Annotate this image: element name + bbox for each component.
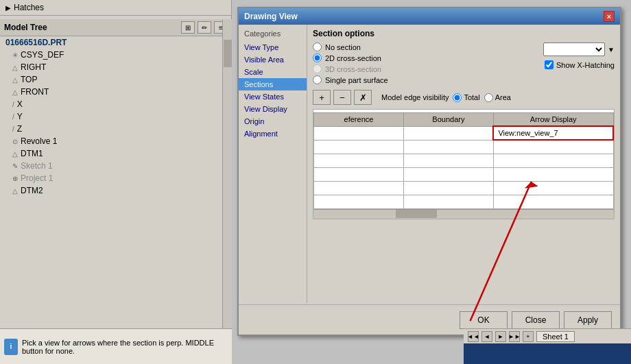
model-tree-header: Model Tree ⊞ ✏ ≡ bbox=[0, 19, 232, 36]
edge-total-label: Total bbox=[464, 93, 479, 101]
table-row[interactable]: View:new_view_7 bbox=[314, 126, 614, 140]
dialog-title: Drawing View bbox=[244, 12, 298, 21]
col-reference: eference bbox=[314, 113, 404, 127]
show-xhatch-checkbox[interactable] bbox=[545, 60, 553, 69]
tree-item-front[interactable]: △ FRONT bbox=[0, 86, 232, 98]
dtm2-icon: △ bbox=[12, 187, 18, 195]
category-view-type[interactable]: View Type bbox=[239, 41, 307, 53]
sheet-add[interactable]: + bbox=[523, 331, 534, 342]
cell-arrow-display[interactable]: View:new_view_7 bbox=[493, 126, 613, 140]
category-origin[interactable]: Origin bbox=[239, 115, 307, 128]
top-label: TOP bbox=[21, 75, 37, 84]
show-xhatch-label-row[interactable]: Show X-Hatching bbox=[545, 60, 615, 69]
hatches-header: ▶ Hatches bbox=[0, 0, 231, 16]
categories-label: Categories bbox=[239, 27, 307, 40]
tree-item-sketch1[interactable]: ✎ Sketch 1 bbox=[0, 160, 232, 172]
add-section-button[interactable]: + bbox=[313, 90, 331, 105]
radio-2d-cross-input[interactable] bbox=[313, 53, 322, 62]
front-icon: △ bbox=[12, 88, 18, 96]
model-tree-label: Model Tree bbox=[4, 23, 47, 32]
project1-icon: ⊕ bbox=[12, 175, 18, 182]
dtm1-icon: △ bbox=[12, 150, 18, 158]
status-text: Pick a view for arrows where the section… bbox=[22, 339, 228, 355]
sheet-tab-1[interactable]: Sheet 1 bbox=[536, 331, 575, 342]
csys-icon: ✳ bbox=[12, 51, 18, 59]
col-arrow-display: Arrow Display bbox=[493, 113, 613, 127]
tree-item-csys[interactable]: ✳ CSYS_DEF bbox=[0, 49, 232, 61]
revolve-icon: ⊙ bbox=[12, 138, 18, 145]
csys-label: CSYS_DEF bbox=[21, 50, 64, 60]
tree-item-root[interactable]: 01666516D.PRT bbox=[0, 36, 232, 49]
z-icon: / bbox=[12, 125, 14, 133]
top-icon: △ bbox=[12, 76, 18, 84]
sketch1-label: Sketch 1 bbox=[21, 161, 53, 171]
model-tree-toolbar: ⊞ ✏ ≡ bbox=[181, 21, 228, 34]
edge-total-radio[interactable] bbox=[453, 93, 462, 102]
radio-3d-cross[interactable]: 3D cross-section bbox=[313, 64, 388, 73]
close-button[interactable]: Close bbox=[512, 311, 560, 329]
category-visible-area[interactable]: Visible Area bbox=[239, 53, 307, 66]
model-tree-btn-1[interactable]: ⊞ bbox=[181, 21, 195, 34]
root-label: 01666516D.PRT bbox=[5, 38, 67, 47]
category-view-display[interactable]: View Display bbox=[239, 103, 307, 115]
watermark-bar: 野火论坛 www.proewildfire.com bbox=[464, 343, 631, 364]
section-table: eference Boundary Arrow Display View:new… bbox=[313, 112, 614, 209]
dialog-close-button[interactable]: × bbox=[604, 11, 615, 22]
apply-button[interactable]: Apply bbox=[564, 311, 612, 329]
category-alignment[interactable]: Alignment bbox=[239, 128, 307, 140]
tree-item-dtm1[interactable]: △ DTM1 bbox=[0, 147, 232, 160]
edit-section-button[interactable]: ✗ bbox=[354, 90, 372, 105]
table-hscrollbar-thumb bbox=[396, 210, 437, 218]
sheet-nav-last[interactable]: ►► bbox=[509, 331, 520, 342]
content-panel: Section options No section 2D cross-sect… bbox=[307, 25, 620, 303]
category-scale[interactable]: Scale bbox=[239, 66, 307, 78]
cell-boundary bbox=[403, 126, 493, 140]
tree-item-z[interactable]: / Z bbox=[0, 123, 232, 135]
tree-item-x[interactable]: / X bbox=[0, 98, 232, 110]
edge-area-radio[interactable] bbox=[484, 93, 493, 102]
tree-item-project1[interactable]: ⊕ Project 1 bbox=[0, 172, 232, 184]
edge-area-label: Area bbox=[495, 93, 511, 101]
radio-single-part-input[interactable] bbox=[313, 75, 322, 84]
show-xhatch-label: Show X-Hatching bbox=[556, 61, 615, 69]
sheet-nav-prev[interactable]: ◄ bbox=[481, 331, 492, 342]
tree-item-right[interactable]: △ RIGHT bbox=[0, 61, 232, 73]
revolve-label: Revolve 1 bbox=[21, 136, 57, 146]
model-tree-btn-2[interactable]: ✏ bbox=[198, 21, 211, 34]
col-boundary: Boundary bbox=[403, 113, 493, 127]
edge-area-label-row[interactable]: Area bbox=[484, 93, 511, 102]
section-options-title: Section options bbox=[313, 29, 388, 38]
status-icon: i bbox=[4, 339, 18, 355]
ok-button[interactable]: OK bbox=[460, 311, 508, 329]
tree-item-y[interactable]: / Y bbox=[0, 110, 232, 123]
sheet-nav-next[interactable]: ► bbox=[495, 331, 506, 342]
tree-item-dtm2[interactable]: △ DTM2 bbox=[0, 184, 232, 197]
section-dropdown[interactable] bbox=[543, 43, 605, 56]
radio-2d-cross[interactable]: 2D cross-section bbox=[313, 53, 388, 62]
table-hscrollbar[interactable] bbox=[313, 209, 614, 219]
category-view-states[interactable]: View States bbox=[239, 90, 307, 103]
x-icon: / bbox=[12, 101, 14, 108]
project1-label: Project 1 bbox=[21, 173, 53, 183]
status-bar: i Pick a view for arrows where the secti… bbox=[0, 328, 232, 364]
sheet-nav-first[interactable]: ◄◄ bbox=[468, 331, 479, 342]
radio-single-part[interactable]: Single part surface bbox=[313, 75, 388, 84]
right-icon: △ bbox=[12, 64, 18, 71]
edge-total-label-row[interactable]: Total bbox=[453, 93, 479, 102]
radio-no-section-input[interactable] bbox=[313, 43, 322, 51]
remove-section-button[interactable]: − bbox=[333, 90, 351, 105]
drawing-view-dialog: Drawing View × Categories View Type Visi… bbox=[237, 7, 621, 336]
front-label: FRONT bbox=[21, 87, 49, 97]
tree-scrollbar[interactable] bbox=[222, 19, 232, 328]
tree-item-revolve1[interactable]: ⊙ Revolve 1 bbox=[0, 135, 232, 147]
section-table-container: eference Boundary Arrow Display View:new… bbox=[313, 109, 615, 219]
category-sections[interactable]: Sections bbox=[239, 78, 307, 90]
tree-content: 01666516D.PRT ✳ CSYS_DEF △ RIGHT △ TOP △… bbox=[0, 36, 232, 326]
model-edge-row: Model edge visibility Total Area bbox=[381, 93, 511, 102]
radio-no-section[interactable]: No section bbox=[313, 43, 388, 51]
dropdown-arrow: ▼ bbox=[608, 46, 615, 53]
hatches-arrow-icon: ▶ bbox=[5, 4, 11, 12]
tree-scrollbar-thumb bbox=[224, 40, 232, 67]
tree-item-top[interactable]: △ TOP bbox=[0, 73, 232, 86]
x-label: X bbox=[17, 99, 23, 109]
